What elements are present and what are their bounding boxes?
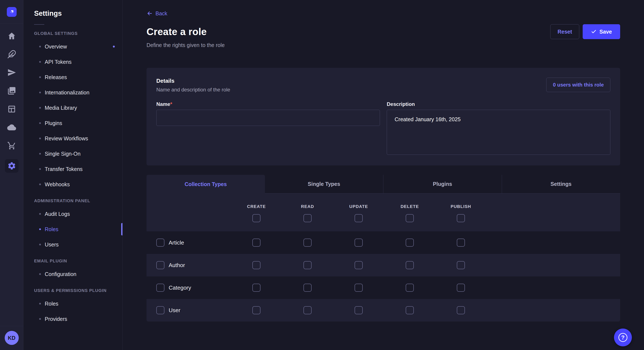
row-name-cell: Category: [156, 284, 231, 292]
bullet-icon: [39, 61, 41, 63]
permission-cell: [282, 261, 333, 269]
sidebar-item-api-tokens[interactable]: API Tokens: [24, 54, 122, 70]
sidebar-item-label: Overview: [45, 44, 67, 50]
article-update-checkbox[interactable]: [354, 239, 363, 247]
help-button[interactable]: ?: [614, 329, 632, 347]
row-select-checkbox[interactable]: [156, 239, 164, 247]
bullet-icon: [39, 107, 41, 109]
row-select-checkbox[interactable]: [156, 306, 164, 314]
notification-dot: [113, 46, 115, 48]
tab-plugins[interactable]: Plugins: [383, 175, 502, 193]
user-update-checkbox[interactable]: [354, 306, 363, 314]
sidebar-item-label: Review Workflows: [45, 136, 88, 142]
tab-settings[interactable]: Settings: [502, 175, 620, 193]
settings-subnav: Settings GLOBAL SETTINGSOverviewAPI Toke…: [24, 0, 123, 350]
permission-cell: [435, 284, 486, 292]
tab-single-types[interactable]: Single Types: [265, 175, 383, 193]
row-select-checkbox[interactable]: [156, 284, 164, 292]
permission-cell: [384, 284, 435, 292]
layout-builder-icon[interactable]: [7, 104, 16, 114]
permission-cell: [435, 261, 486, 269]
bullet-icon: [39, 318, 41, 320]
bullet-icon: [39, 244, 41, 245]
save-button[interactable]: Save: [583, 24, 620, 39]
sidebar-item-review-workflows[interactable]: Review Workflows: [24, 131, 122, 146]
select-all-read-checkbox[interactable]: [304, 214, 312, 222]
name-input[interactable]: [156, 110, 380, 126]
permission-column-label: UPDATE: [349, 204, 368, 209]
sidebar-item-releases[interactable]: Releases: [24, 70, 122, 85]
media-library-icon[interactable]: [7, 86, 16, 96]
user-avatar[interactable]: KD: [5, 331, 19, 345]
permission-cell: [282, 284, 333, 292]
user-create-checkbox[interactable]: [252, 306, 260, 314]
sidebar-item-label: Transfer Tokens: [45, 166, 83, 172]
article-read-checkbox[interactable]: [304, 239, 312, 247]
user-read-checkbox[interactable]: [304, 306, 312, 314]
select-all-delete-checkbox[interactable]: [406, 214, 414, 222]
bullet-icon: [39, 46, 41, 47]
arrow-left-icon: [146, 10, 153, 16]
subnav-title-divider: [34, 24, 44, 25]
author-read-checkbox[interactable]: [304, 261, 312, 269]
permission-cell: [333, 284, 384, 292]
user-delete-checkbox[interactable]: [406, 306, 414, 314]
home-icon[interactable]: [7, 31, 16, 41]
author-publish-checkbox[interactable]: [457, 261, 465, 269]
sidebar-item-webhooks[interactable]: Webhooks: [24, 177, 122, 192]
sidebar-item-roles[interactable]: Roles: [24, 222, 122, 237]
main-nav-rail: KD: [0, 0, 24, 350]
subnav-section-label: USERS & PERMISSIONS PLUGIN: [34, 288, 122, 293]
sidebar-item-media-library[interactable]: Media Library: [24, 100, 122, 116]
author-delete-checkbox[interactable]: [406, 261, 414, 269]
category-publish-checkbox[interactable]: [457, 284, 465, 292]
select-all-publish-checkbox[interactable]: [457, 214, 465, 222]
content-feather-icon[interactable]: [7, 49, 16, 59]
cloud-icon[interactable]: [7, 123, 16, 132]
row-select-checkbox[interactable]: [156, 261, 164, 269]
sidebar-item-single-sign-on[interactable]: Single Sign-On: [24, 146, 122, 161]
sidebar-item-roles[interactable]: Roles: [24, 296, 122, 311]
back-link[interactable]: Back: [146, 10, 168, 16]
sidebar-item-transfer-tokens[interactable]: Transfer Tokens: [24, 161, 122, 177]
sidebar-item-label: Media Library: [45, 105, 77, 111]
bullet-icon: [39, 92, 41, 93]
reset-button[interactable]: Reset: [550, 24, 579, 39]
tab-collection-types[interactable]: Collection Types: [146, 175, 265, 193]
article-delete-checkbox[interactable]: [406, 239, 414, 247]
select-all-update-checkbox[interactable]: [354, 214, 363, 222]
description-label: Description: [387, 101, 610, 107]
strapi-logo[interactable]: [7, 7, 16, 17]
description-textarea[interactable]: Created January 16th, 2025: [387, 110, 610, 155]
sidebar-item-overview[interactable]: Overview: [24, 39, 122, 54]
sidebar-item-internationalization[interactable]: Internationalization: [24, 85, 122, 100]
permission-column-publish: PUBLISH: [435, 203, 486, 222]
subnav-sections: GLOBAL SETTINGSOverviewAPI TokensRelease…: [24, 31, 122, 327]
bullet-icon: [39, 138, 41, 139]
sidebar-item-audit-logs[interactable]: Audit Logs: [24, 206, 122, 222]
author-create-checkbox[interactable]: [252, 261, 260, 269]
permission-cell: [435, 306, 486, 314]
category-read-checkbox[interactable]: [304, 284, 312, 292]
sidebar-item-providers[interactable]: Providers: [24, 311, 122, 327]
category-delete-checkbox[interactable]: [406, 284, 414, 292]
sidebar-item-users[interactable]: Users: [24, 237, 122, 252]
article-create-checkbox[interactable]: [252, 239, 260, 247]
category-update-checkbox[interactable]: [354, 284, 363, 292]
marketplace-cart-icon[interactable]: [7, 141, 16, 151]
send-plane-icon[interactable]: [7, 68, 16, 77]
details-card-titles: Details Name and description of the role: [156, 78, 230, 93]
author-update-checkbox[interactable]: [354, 261, 363, 269]
row-name-cell: User: [156, 306, 231, 314]
sidebar-item-configuration[interactable]: Configuration: [24, 266, 122, 282]
select-all-create-checkbox[interactable]: [252, 214, 260, 222]
user-publish-checkbox[interactable]: [457, 306, 465, 314]
settings-gear-icon[interactable]: [5, 159, 18, 173]
category-create-checkbox[interactable]: [252, 284, 260, 292]
permission-cell: [333, 261, 384, 269]
sidebar-item-plugins[interactable]: Plugins: [24, 116, 122, 131]
permission-cell: [282, 239, 333, 247]
article-publish-checkbox[interactable]: [457, 239, 465, 247]
permission-cell: [435, 239, 486, 247]
users-with-role-button[interactable]: 0 users with this role: [546, 78, 610, 92]
